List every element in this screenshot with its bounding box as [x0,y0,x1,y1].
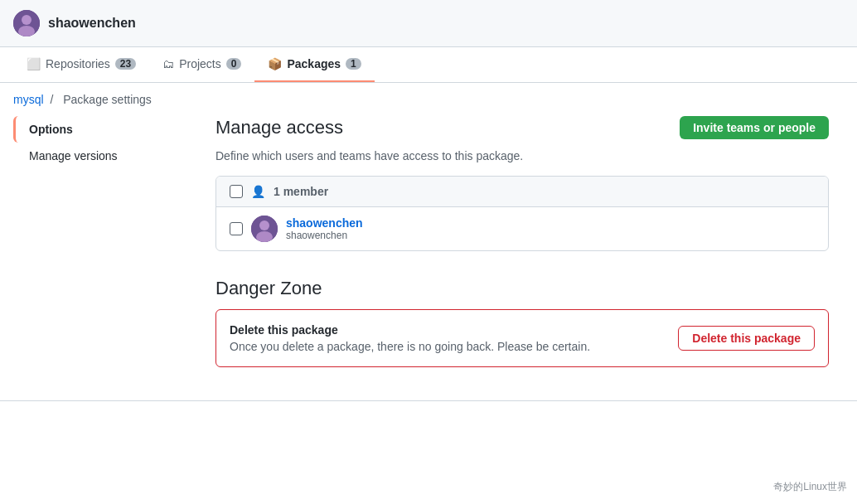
member-checkbox[interactable] [230,222,243,235]
sidebar-item-options[interactable]: Options [13,116,196,143]
main-content: Options Manage versions Manage access In… [0,116,857,367]
tab-repositories-count: 23 [115,58,136,70]
member-subname: shaowenchen [286,230,363,241]
svg-point-1 [22,15,31,25]
tab-packages[interactable]: 📦 Packages 1 [254,47,374,82]
member-count: 1 member [274,185,328,198]
tabs-bar: ⬜ Repositories 23 🗂 Projects 0 📦 Package… [0,47,857,83]
member-avatar [251,216,278,242]
member-table: 👤 1 member shaowenchen shaowenchen [215,176,829,251]
tab-projects-count: 0 [226,58,242,70]
danger-zone-title: Danger Zone [215,278,829,299]
tab-packages-label: Packages [287,57,341,70]
tab-projects[interactable]: 🗂 Projects 0 [149,47,254,82]
tab-repositories-label: Repositories [46,57,110,70]
danger-zone-text: Delete this package Once you delete a pa… [230,323,590,353]
member-group-icon: 👤 [251,185,265,198]
delete-package-button[interactable]: Delete this package [678,326,815,351]
tab-packages-count: 1 [346,58,361,70]
breadcrumb-link[interactable]: mysql [13,93,44,106]
breadcrumb: mysql / Package settings [0,83,857,116]
svg-point-4 [259,220,269,230]
manage-access-title: Manage access [215,117,343,138]
repo-icon: ⬜ [27,57,41,70]
footer [0,400,857,428]
tab-projects-label: Projects [179,57,221,70]
breadcrumb-separator: / [50,93,53,106]
main-panel: Manage access Invite teams or people Def… [215,116,829,367]
sidebar-item-manage-versions[interactable]: Manage versions [13,143,196,169]
breadcrumb-current: Package settings [63,93,152,106]
sidebar: Options Manage versions [13,116,196,367]
delete-package-description: Once you delete a package, there is no g… [230,340,590,353]
packages-icon: 📦 [268,57,282,70]
member-info: shaowenchen shaowenchen [286,216,363,241]
table-row: shaowenchen shaowenchen [216,207,828,250]
header: shaowenchen [0,0,857,47]
projects-icon: 🗂 [162,57,174,70]
select-all-checkbox[interactable] [230,185,243,198]
manage-access-description: Define which users and teams have access… [215,149,829,162]
manage-access-header: Manage access Invite teams or people [215,116,829,139]
tab-repositories[interactable]: ⬜ Repositories 23 [13,47,149,82]
header-username: shaowenchen [48,16,136,31]
member-table-header: 👤 1 member [216,177,828,207]
avatar [13,10,40,36]
invite-button[interactable]: Invite teams or people [680,116,829,139]
member-name[interactable]: shaowenchen [286,216,363,230]
danger-zone-box: Delete this package Once you delete a pa… [215,309,829,367]
delete-package-title: Delete this package [230,323,590,337]
